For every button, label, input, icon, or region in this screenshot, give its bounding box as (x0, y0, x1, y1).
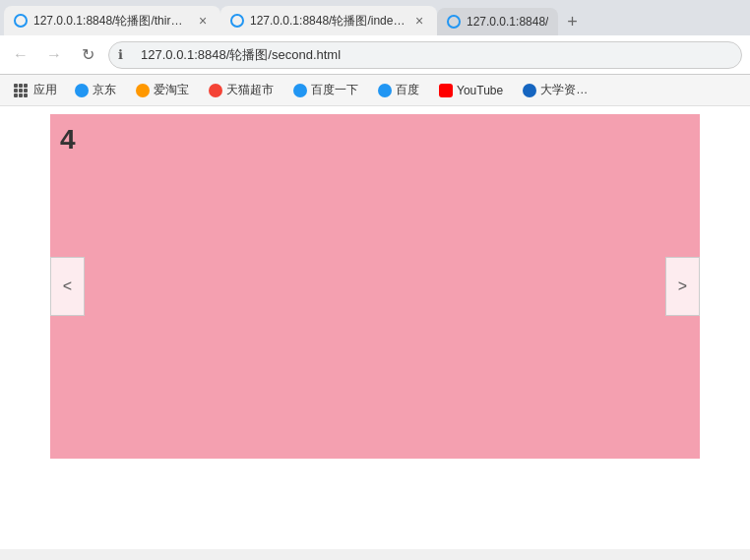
new-tab-button[interactable]: + (558, 8, 586, 35)
tmall-favicon (209, 84, 222, 97)
tab-3-title: 127.0.0.1:8848/ (467, 15, 548, 29)
bookmark-jd-label: 京东 (93, 82, 116, 98)
bookmarks-bar: 应用 京东 爱淘宝 天猫超市 百度一下 百度 You (0, 75, 750, 106)
bookmark-jd[interactable]: 京东 (67, 79, 124, 101)
page-content: 4 < > (0, 106, 750, 549)
tab-3-favicon (447, 15, 461, 29)
baidu-down-favicon (293, 84, 307, 97)
bookmark-university[interactable]: 大学资… (515, 79, 595, 101)
tab-2[interactable]: 127.0.0.1:8848/轮播图/index.ht… × (220, 6, 437, 35)
bookmark-taobao[interactable]: 爱淘宝 (128, 79, 197, 101)
university-favicon (523, 84, 536, 97)
bookmark-tmall[interactable]: 天猫超市 (201, 79, 281, 101)
reload-icon: ↻ (82, 45, 94, 64)
bookmark-youtube[interactable]: YouTube (431, 81, 511, 100)
slide-number: 4 (60, 124, 76, 156)
taobao-favicon (136, 84, 150, 97)
bookmark-tmall-label: 天猫超市 (226, 82, 274, 98)
forward-button[interactable]: → (41, 42, 67, 68)
bookmark-baidu-down-label: 百度一下 (311, 82, 358, 98)
apps-grid-icon (14, 84, 28, 97)
forward-icon: → (46, 46, 62, 64)
bookmark-baidu[interactable]: 百度 (370, 79, 427, 101)
bookmark-apps[interactable]: 应用 (8, 79, 63, 101)
bookmark-university-label: 大学资… (540, 82, 588, 98)
address-input[interactable] (108, 41, 742, 69)
lock-icon: ℹ (118, 47, 123, 62)
prev-button[interactable]: < (50, 257, 85, 316)
tab-1-favicon (14, 14, 28, 28)
youtube-favicon (439, 84, 453, 97)
slider-container: 4 < > (50, 114, 700, 459)
tab-1[interactable]: 127.0.0.1:8848/轮播图/third.ht… × (4, 6, 220, 35)
tab-3[interactable]: 127.0.0.1:8848/ (437, 8, 558, 35)
tab-2-favicon (230, 14, 244, 28)
back-button[interactable]: ← (8, 42, 33, 68)
tab-2-close[interactable]: × (411, 13, 427, 29)
bookmark-baidu-down[interactable]: 百度一下 (285, 79, 366, 101)
next-button[interactable]: > (665, 257, 700, 316)
address-bar: ← → ↻ ℹ (0, 35, 750, 75)
baidu-favicon (378, 84, 392, 97)
tab-2-title: 127.0.0.1:8848/轮播图/index.ht… (250, 13, 406, 30)
tab-bar: 127.0.0.1:8848/轮播图/third.ht… × 127.0.0.1… (0, 0, 750, 35)
tab-1-title: 127.0.0.1:8848/轮播图/third.ht… (33, 13, 189, 30)
jd-favicon (75, 84, 89, 97)
reload-button[interactable]: ↻ (75, 42, 100, 68)
bookmark-youtube-label: YouTube (457, 84, 503, 97)
address-wrapper: ℹ (108, 41, 742, 69)
bookmark-apps-label: 应用 (33, 82, 57, 98)
back-icon: ← (13, 46, 29, 64)
browser-window: 127.0.0.1:8848/轮播图/third.ht… × 127.0.0.1… (0, 0, 750, 549)
bookmark-taobao-label: 爱淘宝 (154, 82, 189, 98)
tab-1-close[interactable]: × (195, 13, 211, 29)
bookmark-baidu-label: 百度 (396, 82, 419, 98)
